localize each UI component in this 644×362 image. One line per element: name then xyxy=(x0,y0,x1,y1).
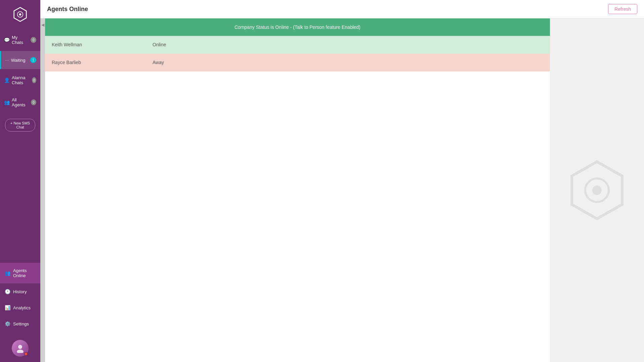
waiting-label: Waiting xyxy=(11,58,26,63)
company-status-banner: Company Status is Online - (Talk to Pers… xyxy=(45,18,550,36)
logo-area xyxy=(0,0,40,29)
page-title: Agents Online xyxy=(47,6,88,13)
agent-row: Keith Wellman Online xyxy=(45,36,550,54)
sidebar-item-settings[interactable]: ⚙️ Settings xyxy=(0,316,40,332)
collapse-arrow-icon: ◀ xyxy=(41,22,44,27)
svg-point-7 xyxy=(592,186,602,195)
waiting-badge: 1 xyxy=(30,57,36,63)
sidebar-item-my-chats[interactable]: 💬 My Chats 0 xyxy=(0,29,40,51)
avatar-icon xyxy=(15,344,25,353)
history-icon: 🕐 xyxy=(5,289,10,294)
app-logo-icon xyxy=(12,6,29,23)
sidebar-item-history[interactable]: 🕐 History xyxy=(0,283,40,300)
my-chats-badge: 0 xyxy=(31,37,36,43)
history-label: History xyxy=(13,289,27,294)
collapse-toggle[interactable]: ◀ xyxy=(40,18,45,362)
waiting-icon: ··· xyxy=(5,57,9,63)
analytics-label: Analytics xyxy=(13,305,31,310)
sidebar: 💬 My Chats 0 ··· Waiting 1 👤 Alanna Chat… xyxy=(0,0,40,362)
sidebar-item-all-agents[interactable]: 👥 All Agents 0 xyxy=(0,91,40,113)
my-chats-label: My Chats xyxy=(12,35,29,45)
agents-online-icon: 👥 xyxy=(5,270,10,276)
sidebar-item-waiting[interactable]: ··· Waiting 1 xyxy=(0,51,40,69)
all-agents-badge: 0 xyxy=(31,99,36,105)
svg-point-4 xyxy=(17,350,24,353)
user-avatar-section xyxy=(0,335,40,362)
sidebar-item-agents-online[interactable]: 👥 Agents Online xyxy=(0,263,40,283)
agent-list-panel: Company Status is Online - (Talk to Pers… xyxy=(45,18,550,362)
agent-name: Keith Wellman xyxy=(52,42,153,47)
agents-online-label: Agents Online xyxy=(13,268,36,278)
agent-row: Rayce Barlieb Away xyxy=(45,54,550,71)
top-bar: Agents Online Refresh xyxy=(40,0,644,18)
watermark-logo-icon xyxy=(563,157,631,224)
svg-point-2 xyxy=(19,13,22,16)
bottom-nav: 👥 Agents Online 🕐 History 📊 Analytics ⚙️… xyxy=(0,263,40,335)
status-dot xyxy=(24,352,28,356)
alanna-chats-label: Alanna Chats xyxy=(12,75,30,85)
alanna-chats-badge: 0 xyxy=(32,77,36,83)
right-panel xyxy=(550,18,644,362)
sidebar-item-alanna-chats[interactable]: 👤 Alanna Chats 0 xyxy=(0,69,40,91)
agent-status: Online xyxy=(153,42,166,47)
main-content: Agents Online Refresh ◀ Company Status i… xyxy=(40,0,644,362)
analytics-icon: 📊 xyxy=(5,305,10,310)
sidebar-item-analytics[interactable]: 📊 Analytics xyxy=(0,300,40,316)
all-agents-icon: 👥 xyxy=(4,100,10,105)
top-nav: 💬 My Chats 0 ··· Waiting 1 👤 Alanna Chat… xyxy=(0,29,40,263)
refresh-button[interactable]: Refresh xyxy=(608,4,637,14)
new-sms-area: + New SMS Chat xyxy=(0,113,40,137)
my-chats-icon: 💬 xyxy=(4,37,10,43)
avatar[interactable] xyxy=(12,340,29,357)
settings-label: Settings xyxy=(13,321,29,326)
content-area: ◀ Company Status is Online - (Talk to Pe… xyxy=(40,18,644,362)
agent-name: Rayce Barlieb xyxy=(52,60,153,65)
agent-status: Away xyxy=(153,60,164,65)
alanna-chats-icon: 👤 xyxy=(4,77,10,83)
svg-point-3 xyxy=(18,345,22,349)
new-sms-button[interactable]: + New SMS Chat xyxy=(5,119,35,132)
settings-icon: ⚙️ xyxy=(5,321,10,326)
all-agents-label: All Agents xyxy=(12,97,29,107)
